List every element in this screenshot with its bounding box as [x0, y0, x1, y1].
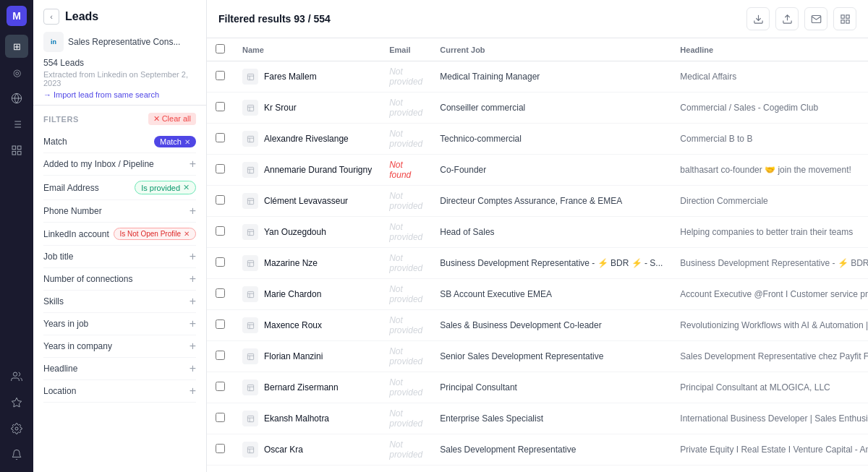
email-tag[interactable]: Is provided ✕ — [135, 181, 196, 194]
cell-email: Not provided — [380, 341, 431, 372]
cell-name: Marie Chardon — [234, 279, 380, 310]
col-name: Name — [234, 38, 380, 61]
svg-marker-6 — [12, 398, 21, 407]
svg-point-5 — [13, 372, 17, 376]
row-checkbox[interactable] — [216, 413, 225, 422]
table-row: Florian ManziniNot providedSenior Sales … — [207, 341, 868, 372]
linkedin-tag[interactable]: Is Not Open Profile ✕ — [114, 228, 196, 240]
select-all-checkbox[interactable] — [216, 44, 225, 53]
row-checkbox[interactable] — [216, 71, 225, 80]
row-icon — [242, 69, 258, 85]
table-row: Mazarine NzeNot providedBusiness Develop… — [207, 248, 868, 279]
row-checkbox[interactable] — [216, 164, 225, 173]
filters-section: FILTERS ✕ Clear all Match Match ✕ Added … — [33, 106, 206, 410]
nav-globe[interactable] — [5, 87, 28, 110]
download-button[interactable] — [746, 7, 770, 30]
row-icon — [242, 317, 258, 333]
import-link[interactable]: Import lead from same search — [43, 90, 196, 99]
table-row: Annemarie Durand TourignyNot foundCo-Fou… — [207, 155, 868, 186]
row-icon — [242, 100, 258, 116]
svg-point-7 — [15, 427, 18, 430]
row-icon — [242, 442, 258, 458]
add-years-company-filter[interactable]: + — [190, 340, 196, 352]
svg-rect-26 — [247, 198, 253, 204]
email-button[interactable] — [804, 7, 827, 30]
svg-rect-50 — [247, 447, 253, 452]
add-headline-filter[interactable]: + — [190, 363, 196, 374]
cell-email: Not provided — [380, 124, 431, 155]
table-row: Maxence RouxNot providedSales & Business… — [207, 310, 868, 341]
row-checkbox[interactable] — [216, 382, 225, 391]
add-location-filter[interactable]: + — [190, 385, 196, 397]
nav-settings[interactable] — [5, 417, 28, 440]
cell-job: Conseiller commercial — [431, 93, 671, 124]
cell-headline: International Business Developer | Sales… — [671, 403, 868, 434]
add-years-job-filter[interactable]: + — [190, 318, 196, 330]
table-row: Thibault MagnéNot providedCOMMERCIAL VIN… — [207, 465, 868, 473]
svg-rect-41 — [247, 353, 253, 359]
table-row: Bernard ZisermannNot providedPrincipal C… — [207, 372, 868, 403]
cell-email: Not provided — [380, 465, 431, 473]
back-button[interactable]: ‹ — [43, 9, 59, 25]
nav-list[interactable] — [5, 113, 28, 136]
row-checkbox[interactable] — [216, 195, 225, 205]
add-inbox-filter[interactable]: + — [190, 158, 196, 170]
nav-home[interactable]: ⊞ — [5, 35, 28, 58]
add-job-filter[interactable]: + — [190, 251, 196, 262]
add-connections-filter[interactable]: + — [190, 273, 196, 285]
filter-headline: Headline + — [43, 358, 196, 380]
app-logo: M — [7, 6, 27, 26]
clear-all-button[interactable]: ✕ Clear all — [148, 113, 196, 125]
add-skills-filter[interactable]: + — [190, 296, 196, 307]
cell-name: Kr Srour — [234, 93, 380, 124]
row-checkbox[interactable] — [216, 133, 225, 142]
row-icon — [242, 411, 258, 426]
nav-grid[interactable] — [5, 139, 28, 162]
svg-rect-17 — [247, 105, 253, 111]
leads-panel: ‹ Leads in Sales Representative Cons... … — [33, 0, 207, 472]
cell-email: Not provided — [380, 61, 431, 93]
cell-email: Not provided — [380, 372, 431, 403]
cell-name: Yan Ouzegdouh — [234, 217, 380, 248]
cell-email: Not provided — [380, 93, 431, 124]
row-icon — [242, 348, 258, 364]
cell-name: Thibault Magné — [234, 465, 380, 473]
row-checkbox[interactable] — [216, 319, 225, 329]
cell-email: Not provided — [380, 434, 431, 465]
cell-name: Fares Mallem — [234, 61, 380, 93]
row-checkbox[interactable] — [216, 288, 225, 298]
col-headline: Headline — [671, 38, 868, 61]
row-checkbox[interactable] — [216, 351, 225, 360]
match-tag[interactable]: Match ✕ — [154, 136, 196, 147]
source-icon: in — [43, 32, 64, 52]
cell-headline: Account Executive @Front I Customer serv… — [671, 279, 868, 310]
svg-rect-38 — [247, 322, 253, 328]
cell-name: Oscar Kra — [234, 434, 380, 465]
row-checkbox[interactable] — [216, 102, 225, 111]
row-checkbox[interactable] — [216, 226, 225, 236]
cell-headline: Medical Affairs — [671, 61, 868, 93]
export-button[interactable] — [775, 7, 799, 30]
table-row: Fares MallemNot providedMedical Training… — [207, 61, 868, 93]
row-checkbox[interactable] — [216, 257, 225, 267]
add-phone-filter[interactable]: + — [190, 205, 196, 217]
filter-skills: Skills + — [43, 291, 196, 313]
nav-bell[interactable] — [5, 443, 28, 466]
row-icon — [242, 286, 258, 302]
cell-name: Ekansh Malhotra — [234, 403, 380, 434]
filter-location: Location + — [43, 380, 196, 403]
grid-view-button[interactable] — [833, 7, 856, 30]
table-row: Alexandre RiveslangeNot providedTechnico… — [207, 124, 868, 155]
nav-star[interactable] — [5, 391, 28, 414]
cell-job: Technico-commercial — [431, 124, 671, 155]
col-email: Email — [380, 38, 431, 61]
filters-label: FILTERS — [43, 115, 79, 124]
cell-email: Not provided — [380, 248, 431, 279]
nav-search[interactable]: ◎ — [5, 61, 28, 84]
cell-email: Not found — [380, 155, 431, 186]
row-checkbox[interactable] — [216, 444, 225, 453]
svg-rect-11 — [846, 14, 848, 17]
cell-name: Bernard Zisermann — [234, 372, 380, 403]
nav-people[interactable] — [5, 365, 28, 388]
cell-headline: Principal Consultant at MLOGICA, LLC — [671, 372, 868, 403]
